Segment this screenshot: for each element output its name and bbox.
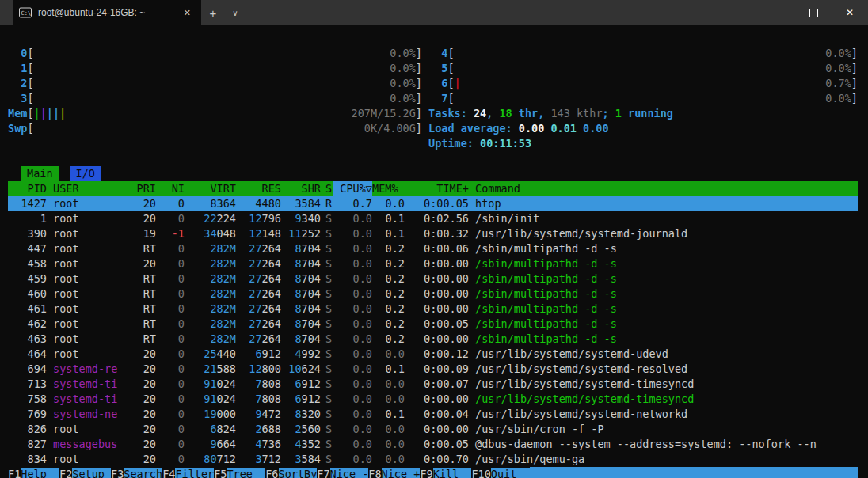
cell-state: S [321,362,333,377]
cell-mem: 0.1 [372,362,405,377]
pri-value: RT [143,272,156,285]
cpu-value: 0.0 [353,212,372,225]
fkey-f6[interactable]: F6SortBy [265,467,317,478]
cell-pid: 769 [8,407,47,422]
cpu-meter-3: 3[0.0%] [8,91,422,106]
time-value: 0:00.00 [424,272,469,285]
cell-shr-kb: 992 [302,347,321,360]
fkey-f5[interactable]: F5Tree [214,467,265,478]
fkey-f7[interactable]: F7Nice - [317,467,368,478]
cell-virt: 282M [185,256,236,271]
command-value: /usr/lib/systemd/systemd-resolved [475,362,687,375]
fkey-f2[interactable]: F2Setup [59,467,111,478]
cell-shr: 3584 [281,452,321,467]
user-value: systemd-ti [53,393,117,405]
cell-shr: 10624 [281,362,321,377]
close-tab-icon[interactable]: ✕ [180,6,195,20]
process-row[interactable]: 769systemd-ne2001900094728320S0.00.10:00… [8,407,858,422]
process-row[interactable]: 694systemd-re200215881280010624S0.00.10:… [8,362,858,377]
tab-title: root@ubuntu-24-16GB: ~ [38,7,180,18]
pri-value: 20 [143,197,156,210]
cell-command: /sbin/multipathd -d -s [469,271,858,286]
new-tab-button[interactable]: + [201,0,225,25]
col-header-res[interactable]: RES [236,181,281,196]
cell-state: S [321,286,333,302]
fkey-f3[interactable]: F3Search [111,467,162,478]
screen-tab-io[interactable]: I/O [70,166,101,181]
cell-pri: RT [123,317,156,332]
titlebar: C:\ root@ubuntu-24-16GB: ~ ✕ + ∨ ✕ [0,0,868,25]
col-header-shr[interactable]: SHR [281,181,321,196]
col-header-pid[interactable]: PID [8,181,47,196]
cell-shr-mb: 8 [295,272,301,285]
process-row[interactable]: 459rootRT0282M272648704S0.00.20:00.00/sb… [8,271,858,286]
cell-ni: 0 [156,211,185,226]
col-header-label: TIME+ [436,182,469,195]
process-row[interactable]: 463rootRT0282M272648704S0.00.20:00.00/sb… [8,332,858,347]
col-header-mem[interactable]: MEM% [372,181,405,196]
fkey-f1[interactable]: F1Help [8,467,59,478]
process-row[interactable]: 390root19-1340481214811252S0.00.10:00.32… [8,226,858,241]
screen-tab-main[interactable]: Main [21,166,59,181]
fkey-f10[interactable]: F10Quit [471,467,529,478]
process-row[interactable]: 827messagebus200966447364352S0.00.00:00.… [8,437,858,452]
cell-res: 7808 [236,377,281,392]
col-header-time[interactable]: TIME+ [405,181,469,196]
cell-shr-kb: 584 [302,453,321,465]
cpu-value: 0.0 [353,438,372,450]
meter-bar: |0.7% [455,76,851,91]
command-value: /sbin/multipathd -d -s [475,317,617,330]
minimize-button[interactable] [759,0,795,25]
ni-value: 0 [178,347,185,360]
cell-pri: 20 [123,437,156,452]
fkey-f9[interactable]: F9Kill [420,467,471,478]
cell-res: 27264 [236,332,281,347]
process-row[interactable]: 758systemd-ti2009102478086912S0.00.00:00… [8,392,858,407]
tab-dropdown-icon[interactable]: ∨ [225,0,246,25]
process-row[interactable]: 713systemd-ti2009102478086912S0.00.00:00… [8,377,858,392]
pri-value: 20 [143,362,156,375]
cell-user: root [47,332,123,347]
cell-virt-mb: 282M [210,272,236,285]
fkey-f8[interactable]: F8Nice + [368,467,420,478]
col-header-virt[interactable]: VIRT [185,181,236,196]
cell-command: /usr/lib/systemd/systemd-timesyncd [469,392,858,407]
process-row[interactable]: 458root200282M272648704S0.00.20:00.00/sb… [8,256,858,271]
col-header-label: SHR [302,182,321,195]
cell-res-mb: 4 [255,438,261,450]
pid-value: 694 [28,362,47,375]
fkey-f4[interactable]: F4Filter [162,467,214,478]
maximize-button[interactable] [795,0,832,25]
process-row[interactable]: 1root20022224127969340S0.00.10:02.56/sbi… [8,211,858,226]
cell-shr-kb: 912 [302,377,321,390]
process-row[interactable]: 462rootRT0282M272648704S0.00.20:00.05/sb… [8,317,858,332]
pri-value: 20 [143,453,156,465]
process-row[interactable]: 447rootRT0282M272648704S0.00.20:00.06/sb… [8,241,858,256]
process-row[interactable]: 826root200682426882560S0.00.00:00.00/usr… [8,422,858,437]
col-header-command[interactable]: Command [469,181,858,196]
swap-meter: Swp[0K/4.00G] [8,121,422,136]
cell-pid: 458 [8,256,47,271]
process-row[interactable]: 461rootRT0282M272648704S0.00.20:00.00/sb… [8,302,858,317]
process-row[interactable]: 834root2008071237123584S0.00.00:00.70/us… [8,452,858,467]
process-row[interactable]: 1427root200836444803584R0.70.00:00.05hto… [8,196,858,211]
cell-user: root [47,271,123,286]
cell-pri: 20 [123,256,156,271]
col-header-ni[interactable]: NI [156,181,185,196]
close-button[interactable]: ✕ [832,0,868,25]
cell-shr-mb: 11 [288,227,301,240]
cell-shr: 8704 [281,317,321,332]
process-row[interactable]: 460rootRT0282M272648704S0.00.20:00.00/sb… [8,286,858,302]
col-header-state[interactable]: S [321,181,333,196]
col-header-pri[interactable]: PRI [123,181,156,196]
terminal-tab[interactable]: C:\ root@ubuntu-24-16GB: ~ ✕ [13,0,201,25]
fkey-key-label: F10 [471,468,490,478]
meter-bracket: ] [416,46,422,61]
pid-value: 1 [40,212,47,225]
col-header-cpu-sort[interactable]: CPU%▽ [333,181,372,196]
cell-virt: 9664 [185,437,236,452]
cell-virt-mb: 6 [210,423,216,435]
process-row[interactable]: 464root2002544069124992S0.00.00:00.12/us… [8,347,858,362]
col-header-user[interactable]: USER [47,181,123,196]
col-header-label: VIRT [210,182,236,195]
